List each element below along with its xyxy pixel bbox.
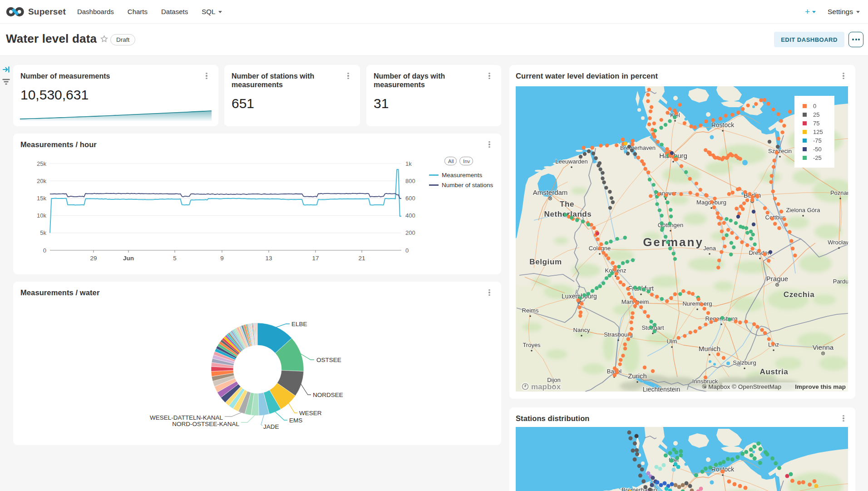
kebab-menu-icon[interactable] [344,71,352,80]
draft-badge: Draft [110,34,135,45]
kpi-card-days: Number of days with measurements 31 [366,65,501,126]
kebab-menu-icon[interactable] [202,71,211,80]
svg-text:0: 0 [43,247,46,254]
expand-filters-icon[interactable] [3,66,10,73]
stations-distribution-card: Stations distribution KielRostockBremerh… [509,407,855,491]
map-city-label: Munich [699,345,720,352]
kpi-title: Number of stations with measurements [232,72,340,89]
svg-text:29: 29 [90,255,97,262]
svg-text:5: 5 [173,255,177,262]
donut-label-nordsee: NORDSEE [313,392,343,398]
chevron-down-icon [812,11,816,13]
legend-inv-button[interactable]: Inv [459,157,473,165]
map-city-label: Wrocław [828,239,848,246]
svg-text:Improve this map: Improve this map [795,383,846,390]
map-city-label: Zurich [628,372,647,380]
svg-text:mapbox: mapbox [531,382,561,391]
stations-map[interactable]: KielRostockBremerhaven [516,427,848,491]
donut-label-nord-ostsee-kanal: NORD-OSTSEE-KANAL [172,421,239,427]
map-country-label: Germany [643,235,704,249]
x-axis-tick-labels: 29Jun59131721 [90,250,365,262]
map-attribution[interactable]: © Mapbox © OpenStreetMapImprove this map [702,382,848,392]
legend-item-measurements[interactable]: Measurements [429,172,482,179]
map-city-label: Vienna [813,343,834,351]
svg-text:-25: -25 [813,154,822,161]
svg-text:17: 17 [312,255,319,262]
legend-item-stations[interactable]: Number of stations [429,182,493,188]
map-city-label: Nancy [573,327,590,333]
donut-label-ems: EMS [289,417,302,424]
nav-item-dashboards[interactable]: Dashboards [70,8,121,15]
svg-text:9: 9 [220,255,224,262]
nav-menu: DashboardsChartsDatasetsSQL [70,8,229,15]
water-level-deviation-card: Current water level deviation in percent… [509,65,855,399]
svg-text:1k: 1k [405,160,412,167]
svg-text:-75: -75 [813,137,822,144]
deviation-map[interactable]: GermanyTheNetherlandsBelgiumAustriaCzech… [516,86,848,392]
brand-name: Superset [28,7,66,17]
donut-label-wesel-datteln-kanal: WESEL-DATTELN-KANAL [150,414,223,421]
map-country-label: The [560,200,574,208]
map-country-label: Czechia [784,290,814,299]
kpi-sparkline [20,109,212,122]
kpi-value: 10,530,631 [20,87,89,103]
nav-item-label: Dashboards [77,8,114,15]
map-country-label: Austria [760,367,789,376]
nav-item-charts[interactable]: Charts [121,8,154,15]
legend-label: Measurements [442,172,482,179]
map-city-label: Rostock [711,121,735,129]
svg-text:75: 75 [813,120,819,127]
map-city-label: Jena [703,245,716,252]
settings-menu[interactable]: Settings [828,8,860,16]
map-city-label: Pardubice [833,278,848,285]
kebab-menu-icon[interactable] [485,71,493,80]
nav-item-label: SQL [202,8,215,15]
filter-icon[interactable] [2,79,10,85]
map-city-label: Salzburg [733,359,756,366]
kpi-value: 651 [232,96,254,111]
favorite-star-icon[interactable] [100,35,108,43]
map-city-label: Szczecin [768,148,792,154]
nav-item-sql[interactable]: SQL [195,8,229,15]
nav-item-datasets[interactable]: Datasets [154,8,195,15]
superset-logo[interactable]: Superset [6,7,66,17]
donut-label-elbe: ELBE [291,321,307,327]
y-axis-right-labels: 1k8006004002000 [405,160,415,254]
svg-text:400: 400 [405,212,415,219]
svg-text:600: 600 [405,195,415,202]
kpi-card-measurements: Number of measurements 10,530,631 [13,65,218,126]
plus-icon: + [805,7,810,17]
line-chart: 25k20k15k10k5k01k800600400200029Jun59131… [13,134,501,274]
map-city-label: Ulm [666,338,677,345]
series-line-stations [50,193,401,198]
legend-all-button[interactable]: All [444,157,457,165]
svg-text:13: 13 [265,255,272,262]
navbar: Superset DashboardsChartsDatasetsSQL + S… [0,0,868,24]
new-item-button[interactable]: + [805,7,816,17]
kpi-value: 31 [374,96,389,111]
kebab-menu-icon[interactable] [839,71,848,80]
kpi-card-stations: Number of stations with measurements 651 [224,65,360,126]
measurements-per-water-card: Measurements / water ELBEOSTSEENORDSEEWE… [13,282,501,445]
svg-text:5k: 5k [40,229,46,236]
svg-text:125: 125 [813,129,823,135]
measurements-per-hour-card: Measurements / hour 25k20k15k10k5k01k800… [13,134,501,274]
map-city-label: Poznań [830,189,848,196]
dashboard-header: Water level data Draft EDIT DASHBOARD [0,24,868,56]
svg-text:15k: 15k [37,195,46,202]
donut-label-ostsee: OSTSEE [316,357,341,363]
map-city-label: Liechtenstein [643,386,681,392]
chart-title: Stations distribution [516,414,590,423]
dashboard-more-button[interactable] [848,32,863,47]
nav-item-label: Datasets [161,8,188,15]
kebab-menu-icon[interactable] [839,414,848,423]
mapbox-logo[interactable]: mapbox [521,382,561,391]
svg-text:Jun: Jun [123,255,134,262]
map-city-label: Troyes [523,342,541,348]
map-city-label: Bremerhaven [620,144,656,151]
map-city-label: Leeuwarden [555,158,588,165]
donut-label-weser: WESER [299,410,322,417]
dashboard-title: Water level data [6,32,97,46]
edit-dashboard-button[interactable]: EDIT DASHBOARD [774,32,844,47]
kpi-title: Number of measurements [20,72,175,80]
